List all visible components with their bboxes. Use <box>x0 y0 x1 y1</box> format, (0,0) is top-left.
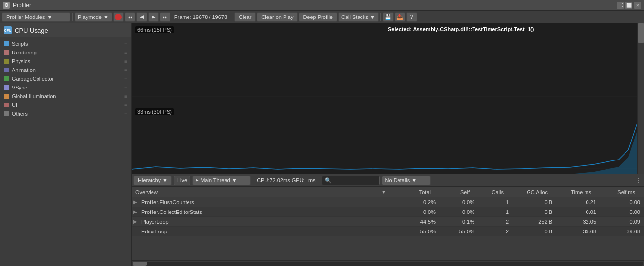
scroll-track[interactable] <box>133 262 643 266</box>
col-self-header[interactable]: Self <box>431 189 470 195</box>
bottom-scrollbar[interactable] <box>132 260 644 266</box>
table-row[interactable]: ▶ Profiler.CollectEditorStats 0.0% 0.0% … <box>132 207 644 217</box>
main-toolbar: Profiler Modules ▼ Playmode ▼ ⏮ ◀ ▶ ⏭ Fr… <box>0 11 644 23</box>
item-color-swatch <box>4 94 9 99</box>
no-details-button[interactable]: No Details ▼ <box>382 176 431 185</box>
goto-first-button[interactable]: ⏮ <box>125 12 135 22</box>
row-expand-icon[interactable]: ▶ <box>133 209 140 214</box>
item-color-swatch <box>4 68 9 72</box>
row-calls: 2 <box>476 219 511 225</box>
profiler-modules-button[interactable]: Profiler Modules ▼ <box>2 12 70 22</box>
help-button[interactable]: ? <box>406 12 417 22</box>
col-overview-header: Overview <box>133 189 381 195</box>
row-self: 0.1% <box>437 219 476 225</box>
table-rows: ▶ Profiler.FlushCounters 0.2% 0.0% 1 0 B… <box>132 197 644 236</box>
row-expand-icon[interactable]: ▶ <box>133 199 140 205</box>
save-button[interactable]: 💾 <box>383 12 394 22</box>
sidebar-item-vsync[interactable]: VSync ≡ <box>0 83 131 92</box>
separator <box>232 13 232 21</box>
close-button[interactable]: ✕ <box>634 2 641 9</box>
item-label: Rendering <box>12 50 121 55</box>
col-total-header[interactable]: Total <box>387 189 431 195</box>
sidebar-item-ui[interactable]: UI ≡ <box>0 101 131 109</box>
item-color-swatch <box>4 76 9 81</box>
row-expand-icon[interactable]: ▶ <box>133 219 140 224</box>
row-selfms: 39.68 <box>598 229 642 234</box>
item-label: Physics <box>12 58 121 64</box>
clear-button[interactable]: Clear <box>234 12 256 22</box>
chart-label-top: 66ms (15FPS) <box>135 26 174 33</box>
drag-handle-icon[interactable]: ≡ <box>124 94 127 99</box>
window-title: Profiler <box>13 2 31 9</box>
drag-handle-icon[interactable]: ≡ <box>124 103 127 108</box>
drag-handle-icon[interactable]: ≡ <box>124 41 127 47</box>
drag-handle-icon[interactable]: ≡ <box>124 76 127 82</box>
item-label: VSync <box>12 85 121 90</box>
cpu-stats-label: CPU:72.02ms GPU:--ms <box>253 177 319 183</box>
item-color-swatch <box>4 85 9 90</box>
row-self: 55.0% <box>437 229 476 234</box>
frame-counter: Frame: 19678 / 19678 <box>171 14 230 20</box>
scroll-thumb[interactable] <box>133 262 147 266</box>
row-gc: 0 B <box>511 199 554 205</box>
item-label: Animation <box>12 67 121 73</box>
sidebar-item-animation[interactable]: Animation ≡ <box>0 66 131 74</box>
sidebar-item-scripts[interactable]: Scripts ≡ <box>0 39 131 48</box>
table-row[interactable]: EditorLoop 55.0% 55.0% 2 0 B 39.68 39.68 <box>132 227 644 236</box>
thread-selector[interactable]: ▸ Main Thread ▼ <box>192 176 251 185</box>
row-name: Profiler.CollectEditorStats <box>140 209 394 215</box>
chart-label-mid: 33ms (30FPS) <box>135 108 174 115</box>
export-button[interactable]: 📤 <box>395 12 405 22</box>
row-self: 0.0% <box>437 209 476 215</box>
goto-last-button[interactable]: ⏭ <box>160 12 170 22</box>
item-color-swatch <box>4 111 9 116</box>
hierarchy-button[interactable]: Hierarchy ▼ <box>133 176 172 185</box>
playmode-button[interactable]: Playmode ▼ <box>75 12 112 22</box>
drag-handle-icon[interactable]: ≡ <box>124 111 127 117</box>
chevron-down-icon: ▼ <box>411 177 417 183</box>
drag-handle-icon[interactable]: ≡ <box>124 85 127 90</box>
sidebar-item-rendering[interactable]: Rendering ≡ <box>0 48 131 57</box>
call-stacks-button[interactable]: Call Stacks ▼ <box>338 12 379 22</box>
chevron-down-icon: ▼ <box>162 177 168 183</box>
deep-profile-button[interactable]: Deep Profile <box>299 12 337 22</box>
bottom-section: Hierarchy ▼ Live ▸ Main Thread ▼ CPU:72.… <box>132 174 644 266</box>
chart-selected-label: Selected: Assembly-CSharp.dll!::TestTime… <box>388 26 534 32</box>
sidebar-item-global-illumination[interactable]: Global Illumination ≡ <box>0 92 131 101</box>
more-options-icon[interactable]: ⋮⋮ <box>617 2 624 9</box>
row-gc: 252 B <box>511 219 554 225</box>
search-input[interactable] <box>322 176 380 185</box>
record-button[interactable] <box>113 12 124 22</box>
col-timems-header[interactable]: Time ms <box>548 189 591 195</box>
item-color-swatch <box>4 103 9 107</box>
item-label: Others <box>12 111 121 117</box>
table-row[interactable]: ▶ PlayerLoop 44.5% 0.1% 2 252 B 32.05 0.… <box>132 217 644 227</box>
next-frame-button[interactable]: ▶ <box>148 12 159 22</box>
sidebar-item-physics[interactable]: Physics ≡ <box>0 57 131 66</box>
drag-handle-icon[interactable]: ≡ <box>124 68 127 73</box>
row-selfms: 0.00 <box>598 209 642 215</box>
col-gc-header[interactable]: GC Alloc <box>504 189 548 195</box>
save-icon: 💾 <box>384 14 392 20</box>
more-options-button[interactable]: ⋮ <box>635 177 642 184</box>
drag-handle-icon[interactable]: ≡ <box>124 59 127 64</box>
svg-marker-2 <box>132 79 637 179</box>
minimize-button[interactable]: ⬜ <box>625 2 632 9</box>
clear-on-play-button[interactable]: Clear on Play <box>257 12 298 22</box>
export-icon: 📤 <box>396 14 403 20</box>
col-selfms-header[interactable]: Self ms <box>591 189 635 195</box>
row-name: EditorLoop <box>140 229 394 234</box>
item-label: GarbageCollector <box>12 76 121 82</box>
drag-handle-icon[interactable]: ≡ <box>124 50 127 55</box>
sidebar-item-others[interactable]: Others ≡ <box>0 109 131 118</box>
row-self: 0.0% <box>437 199 476 205</box>
chart-scrollbar-thumb[interactable] <box>638 23 644 43</box>
chevron-down-icon: ▼ <box>232 177 237 183</box>
prev-frame-button[interactable]: ◀ <box>136 12 147 22</box>
col-calls-header[interactable]: Calls <box>470 189 504 195</box>
chevron-down-icon: ▼ <box>370 14 375 20</box>
table-row[interactable]: ▶ Profiler.FlushCounters 0.2% 0.0% 1 0 B… <box>132 197 644 207</box>
live-button[interactable]: Live <box>174 176 190 185</box>
sidebar-item-garbagecollector[interactable]: GarbageCollector ≡ <box>0 74 131 83</box>
chart-area[interactable]: 66ms (15FPS) Selected: Assembly-CSharp.d… <box>132 23 644 266</box>
